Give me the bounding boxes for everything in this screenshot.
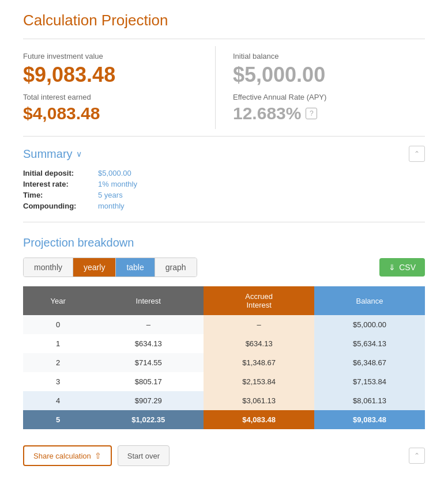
cell-interest: $907.29 <box>93 391 204 410</box>
csv-download-button[interactable]: ⇓ CSV <box>379 258 425 277</box>
future-value-block: Future investment value $9,083.48 Total … <box>23 46 215 129</box>
summary-section: Summary ∨ ⌃ Initial deposit:$5,000.00Int… <box>23 146 425 210</box>
col-balance: Balance <box>314 286 425 315</box>
cell-year: 0 <box>23 315 93 334</box>
toggle-bar: monthly yearly table graph ⇓ CSV <box>23 258 425 277</box>
summary-value: 1% monthly <box>98 180 213 188</box>
summary-key: Interest rate: <box>23 180 98 188</box>
total-interest: $4,083.48 <box>23 104 215 123</box>
middle-divider <box>23 136 425 137</box>
cell-balance: $6,348.67 <box>314 353 425 372</box>
future-value-label: Future investment value <box>23 52 215 60</box>
cell-balance: $9,083.48 <box>314 410 425 429</box>
cell-balance: $8,061.13 <box>314 391 425 410</box>
table-toggle-button[interactable]: table <box>116 258 155 277</box>
summary-key: Time: <box>23 191 98 199</box>
view-toggle-group: monthly yearly table graph <box>23 258 197 277</box>
cell-interest: $634.13 <box>93 334 204 353</box>
summary-toggle[interactable]: Summary ∨ <box>23 147 82 161</box>
breakdown-divider <box>23 222 425 222</box>
cell-interest: $1,022.35 <box>93 410 204 429</box>
graph-toggle-button[interactable]: graph <box>155 258 197 277</box>
initial-balance-label: Initial balance <box>233 52 425 60</box>
cell-interest: $805.17 <box>93 372 204 391</box>
summary-title-text: Summary <box>23 147 73 161</box>
col-year: Year <box>23 286 93 315</box>
projection-table: Year Interest AccruedInterest Balance 0–… <box>23 286 425 429</box>
apy-row: 12.683% ? <box>233 104 425 123</box>
table-header-row: Year Interest AccruedInterest Balance <box>23 286 425 315</box>
breakdown-section: Projection breakdown monthly yearly tabl… <box>23 236 425 429</box>
share-label: Share calculation <box>33 452 91 460</box>
summary-header: Summary ∨ ⌃ <box>23 146 425 162</box>
apy-info-icon[interactable]: ? <box>306 108 317 119</box>
cell-accrued: $634.13 <box>204 334 314 353</box>
cell-balance: $7,153.84 <box>314 372 425 391</box>
cell-interest: $714.55 <box>93 353 204 372</box>
start-over-button[interactable]: Start over <box>118 445 170 466</box>
summary-key: Initial deposit: <box>23 169 98 177</box>
share-calculation-button[interactable]: Share calculation ⇧ <box>23 445 112 466</box>
cell-balance: $5,634.13 <box>314 334 425 353</box>
cell-balance: $5,000.00 <box>314 315 425 334</box>
initial-balance-block: Initial balance $5,000.00 Effective Annu… <box>215 46 425 129</box>
download-icon: ⇓ <box>389 263 396 272</box>
footer-buttons: Share calculation ⇧ Start over <box>23 445 170 466</box>
share-icon: ⇧ <box>95 451 101 460</box>
table-row: 1$634.13$634.13$5,634.13 <box>23 334 425 353</box>
csv-label: CSV <box>399 263 416 272</box>
summary-chevron-icon: ∨ <box>76 149 82 158</box>
col-interest: Interest <box>93 286 204 315</box>
cell-accrued: $3,061.13 <box>204 391 314 410</box>
page-title: Calculation Projection <box>23 12 425 29</box>
cell-accrued: $2,153.84 <box>204 372 314 391</box>
initial-balance: $5,000.00 <box>233 63 425 87</box>
footer-row: Share calculation ⇧ Start over ⌃ <box>23 445 425 466</box>
apy-label: Effective Annual Rate (APY) <box>233 93 425 101</box>
breakdown-title: Projection breakdown <box>23 236 425 249</box>
collapse-button[interactable]: ⌃ <box>409 146 425 162</box>
top-divider <box>23 39 425 39</box>
cell-year: 2 <box>23 353 93 372</box>
cell-accrued: $4,083.48 <box>204 410 314 429</box>
summary-value: $5,000.00 <box>98 169 213 177</box>
summary-key: Compounding: <box>23 202 98 210</box>
cell-year: 1 <box>23 334 93 353</box>
summary-value: monthly <box>98 202 213 210</box>
cell-year: 4 <box>23 391 93 410</box>
future-value: $9,083.48 <box>23 63 215 87</box>
col-accrued: AccruedInterest <box>204 286 314 315</box>
yearly-toggle-button[interactable]: yearly <box>73 258 116 277</box>
table-row: 2$714.55$1,348.67$6,348.67 <box>23 353 425 372</box>
cell-interest: – <box>93 315 204 334</box>
table-row: 4$907.29$3,061.13$8,061.13 <box>23 391 425 410</box>
summary-grid: Initial deposit:$5,000.00Interest rate:1… <box>23 169 425 210</box>
table-row: 0––$5,000.00 <box>23 315 425 334</box>
summary-value: 5 years <box>98 191 213 199</box>
table-row: 5$1,022.35$4,083.48$9,083.48 <box>23 410 425 429</box>
apy-value: 12.683% <box>233 104 301 123</box>
cell-accrued: – <box>204 315 314 334</box>
cell-year: 5 <box>23 410 93 429</box>
cell-year: 3 <box>23 372 93 391</box>
table-row: 3$805.17$2,153.84$7,153.84 <box>23 372 425 391</box>
monthly-toggle-button[interactable]: monthly <box>24 258 73 277</box>
cell-accrued: $1,348.67 <box>204 353 314 372</box>
footer-collapse-button[interactable]: ⌃ <box>409 448 425 464</box>
total-interest-label: Total interest earned <box>23 93 215 101</box>
metrics-row: Future investment value $9,083.48 Total … <box>23 46 425 129</box>
